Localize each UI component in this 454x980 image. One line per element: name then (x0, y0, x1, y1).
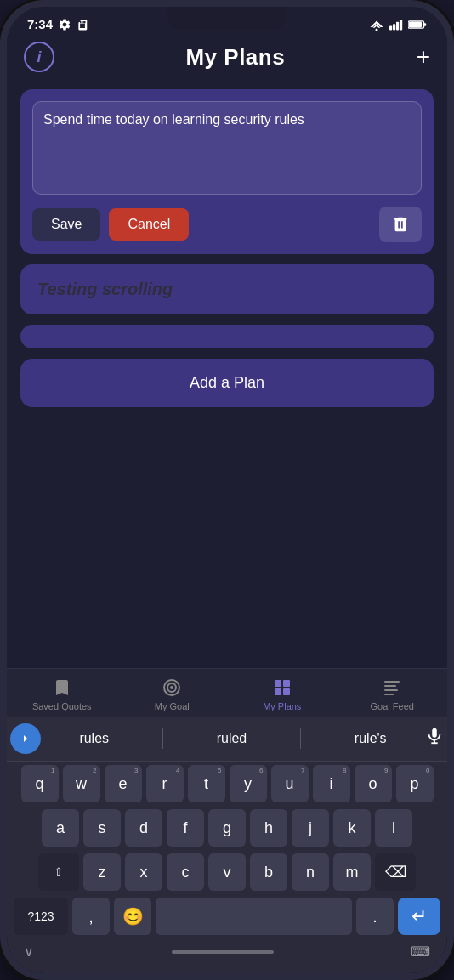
key-f[interactable]: f (167, 809, 204, 847)
svg-rect-5 (396, 21, 399, 30)
suggestion-1[interactable]: ruled (207, 728, 258, 750)
key-o[interactable]: 9o (355, 765, 392, 802)
key-s[interactable]: s (83, 809, 121, 847)
svg-rect-14 (283, 680, 290, 687)
key-backspace[interactable]: ⌫ (375, 853, 416, 891)
keyboard-settings-icon[interactable]: ⌨ (411, 943, 430, 960)
svg-rect-21 (432, 728, 437, 738)
sidebar-item-my-plans[interactable]: My Plans (227, 677, 338, 711)
key-x[interactable]: x (125, 853, 162, 891)
chevron-right-icon (19, 732, 32, 745)
suggestion-0[interactable]: rules (69, 728, 119, 750)
key-c[interactable]: c (167, 853, 204, 891)
wifi-icon (369, 19, 384, 31)
saved-quotes-label: Saved Quotes (32, 701, 92, 711)
plan-item-card[interactable]: Testing scrolling (20, 264, 434, 314)
status-bar: 7:34 (7, 7, 447, 35)
bottom-nav: Saved Quotes My Goal My Pla (7, 668, 447, 717)
status-time: 7:34 (27, 17, 53, 31)
key-j[interactable]: j (292, 809, 329, 847)
keyboard-handle-bar (172, 950, 274, 954)
key-z[interactable]: z (83, 853, 121, 891)
sidebar-item-goal-feed[interactable]: Goal Feed (338, 677, 448, 711)
divider-1 (162, 728, 163, 749)
key-e[interactable]: 3e (105, 765, 142, 802)
key-w[interactable]: 2w (63, 765, 100, 802)
svg-point-12 (170, 686, 173, 689)
add-plan-button[interactable]: Add a Plan (20, 359, 434, 407)
add-plan-header-button[interactable]: + (417, 45, 430, 69)
key-emoji[interactable]: 😊 (114, 898, 151, 935)
edit-plan-card: Spend time today on learning security ru… (20, 89, 434, 254)
cancel-button[interactable]: Cancel (109, 208, 189, 241)
divider-2 (300, 728, 301, 749)
svg-rect-18 (384, 685, 396, 687)
key-b[interactable]: b (250, 853, 287, 891)
goal-feed-label: Goal Feed (371, 701, 414, 711)
key-d[interactable]: d (125, 809, 162, 847)
mic-icon (425, 727, 444, 745)
trash-icon (391, 215, 410, 234)
key-r[interactable]: 4r (146, 765, 184, 802)
autocomplete-bar: rules ruled rule's (7, 717, 447, 762)
svg-rect-17 (384, 681, 400, 683)
page-title: My Plans (185, 44, 285, 71)
key-enter[interactable]: ↵ (398, 898, 440, 935)
key-y[interactable]: 6y (230, 765, 267, 802)
autocomplete-expand-button[interactable] (10, 723, 41, 754)
key-m[interactable]: m (333, 853, 371, 891)
key-v[interactable]: v (208, 853, 246, 891)
sidebar-item-my-goal[interactable]: My Goal (117, 677, 228, 711)
battery-icon (408, 20, 427, 30)
key-u[interactable]: 7u (271, 765, 309, 802)
svg-rect-20 (384, 694, 394, 695)
keyboard-handle: ∨ ⌨ (10, 940, 444, 973)
svg-rect-9 (424, 23, 427, 25)
goal-icon (162, 677, 182, 698)
svg-rect-4 (393, 24, 395, 30)
main-content: Spend time today on learning security ru… (7, 82, 447, 668)
key-l[interactable]: l (375, 809, 412, 847)
mic-button[interactable] (425, 727, 444, 751)
key-p[interactable]: 0p (396, 765, 434, 802)
keyboard-row-4: ?123 , 😊 . ↵ (10, 898, 444, 935)
key-t[interactable]: 5t (188, 765, 225, 802)
key-i[interactable]: 8i (313, 765, 350, 802)
key-period[interactable]: . (356, 898, 394, 935)
sim-icon (77, 19, 88, 31)
plan-text-input[interactable]: Spend time today on learning security ru… (32, 101, 422, 195)
plans-icon (272, 677, 292, 698)
svg-rect-8 (409, 21, 422, 27)
key-a[interactable]: a (42, 809, 79, 847)
svg-rect-13 (275, 680, 281, 687)
key-shift[interactable]: ⇧ (38, 853, 79, 891)
screen: 7:34 (7, 7, 447, 973)
key-num-symbols[interactable]: ?123 (14, 898, 68, 935)
key-comma[interactable]: , (72, 898, 110, 935)
suggestion-2[interactable]: rule's (344, 728, 397, 750)
key-k[interactable]: k (333, 809, 371, 847)
key-n[interactable]: n (292, 853, 329, 891)
keyboard-row-3: ⇧ z x c v b n m ⌫ (10, 853, 444, 891)
app-header: i My Plans + (7, 35, 447, 82)
keyboard: 1q 2w 3e 4r 5t 6y 7u 8i 9o 0p a s d f g … (7, 762, 447, 973)
my-plans-label: My Plans (263, 701, 301, 711)
info-button[interactable]: i (24, 42, 54, 72)
phone-frame: 7:34 (0, 0, 454, 980)
key-h[interactable]: h (250, 809, 287, 847)
svg-rect-19 (384, 689, 398, 691)
svg-rect-15 (275, 688, 281, 695)
save-button[interactable]: Save (32, 208, 100, 241)
key-space[interactable] (156, 898, 352, 935)
signal-icon (389, 19, 403, 31)
key-q[interactable]: 1q (21, 765, 59, 802)
sidebar-item-saved-quotes[interactable]: Saved Quotes (7, 677, 117, 711)
svg-rect-16 (283, 688, 290, 695)
svg-rect-6 (400, 20, 402, 30)
key-g[interactable]: g (208, 809, 246, 847)
delete-button[interactable] (379, 207, 422, 242)
card-actions: Save Cancel (32, 207, 422, 242)
keyboard-collapse-button[interactable]: ∨ (24, 943, 34, 960)
gear-icon (58, 18, 71, 31)
bookmark-icon (52, 677, 72, 698)
